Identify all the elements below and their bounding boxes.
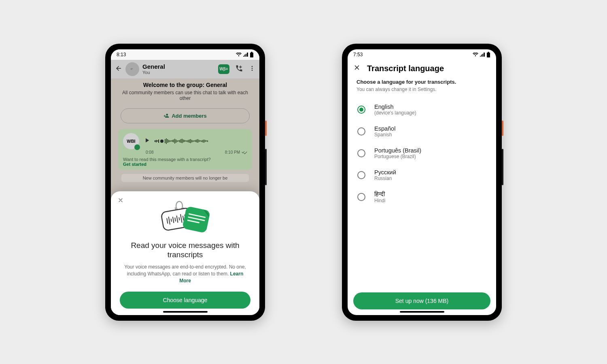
language-list: English(device's language)EspañolSpanish… <box>357 99 487 208</box>
wifi-icon <box>473 53 478 57</box>
radio-icon <box>357 127 365 135</box>
phone-mockup-left: 8:13 General You Wβ+ <box>105 44 265 321</box>
status-icons <box>473 52 490 57</box>
battery-icon <box>486 52 490 57</box>
language-name: English <box>374 104 416 110</box>
wifi-icon <box>236 53 242 57</box>
language-name: हिन्दी <box>374 191 385 198</box>
language-option[interactable]: Português (Brasil)Portuguese (Brazil) <box>357 142 487 164</box>
svg-rect-9 <box>487 53 490 57</box>
language-sub: Portuguese (Brazil) <box>374 154 421 159</box>
radio-icon <box>357 106 365 114</box>
sheet-body: Your voice messages are end-to-end encry… <box>120 264 250 284</box>
chat-area: General You Wβ+ Welcome to the group: Ge… <box>111 60 259 315</box>
language-option[interactable]: English(device's language) <box>357 99 487 121</box>
svg-rect-1 <box>251 52 253 53</box>
status-time: 8:13 <box>117 52 126 57</box>
svg-rect-0 <box>250 53 253 57</box>
language-body: Choose a language for your transcripts. … <box>348 77 496 288</box>
status-bar: 7:53 <box>348 49 496 60</box>
close-icon[interactable] <box>117 197 124 205</box>
status-time: 7:53 <box>353 52 363 57</box>
screen-chat: 8:13 General You Wβ+ <box>111 49 259 315</box>
language-sub: (device's language) <box>374 110 416 116</box>
close-icon[interactable] <box>353 64 361 73</box>
battery-icon <box>250 52 254 57</box>
language-name: Português (Brasil) <box>374 147 421 154</box>
svg-rect-8 <box>182 206 210 233</box>
page-lead: Choose a language for your transcripts. <box>357 79 487 85</box>
sheet-illustration <box>120 197 250 237</box>
choose-language-button[interactable]: Choose language <box>120 292 250 309</box>
signal-icon <box>480 53 485 57</box>
status-bar: 8:13 <box>111 49 259 60</box>
language-option[interactable]: EspañolSpanish <box>357 121 487 142</box>
page-header: Transcript language <box>348 60 496 77</box>
radio-icon <box>357 171 365 179</box>
language-sub: Spanish <box>374 132 395 138</box>
transcript-intro-sheet: Read your voice messages with transcript… <box>111 191 259 315</box>
language-name: Русский <box>374 169 396 176</box>
screen-language: 7:53 Transcript language Choose a langua… <box>348 49 496 315</box>
radio-icon <box>357 193 365 201</box>
svg-rect-10 <box>488 52 489 53</box>
gesture-bar <box>163 311 208 313</box>
phone-mockup-right: 7:53 Transcript language Choose a langua… <box>342 44 502 321</box>
signal-icon <box>243 53 248 57</box>
language-name: Español <box>374 125 395 132</box>
gesture-bar <box>400 311 444 313</box>
language-option[interactable]: हिन्दीHindi <box>357 186 487 208</box>
setup-now-button[interactable]: Set up now (136 MB) <box>353 292 490 309</box>
sheet-title: Read your voice messages with transcript… <box>120 241 250 260</box>
radio-icon <box>357 149 365 157</box>
language-sub: Hindi <box>374 198 385 203</box>
page-title: Transcript language <box>367 64 444 73</box>
status-icons <box>236 52 254 57</box>
page-sub: You can always change it in Settings. <box>357 87 487 92</box>
sheet-body-text: Your voice messages are end-to-end encry… <box>124 264 246 277</box>
language-option[interactable]: РусскийRussian <box>357 164 487 186</box>
language-sub: Russian <box>374 176 396 181</box>
